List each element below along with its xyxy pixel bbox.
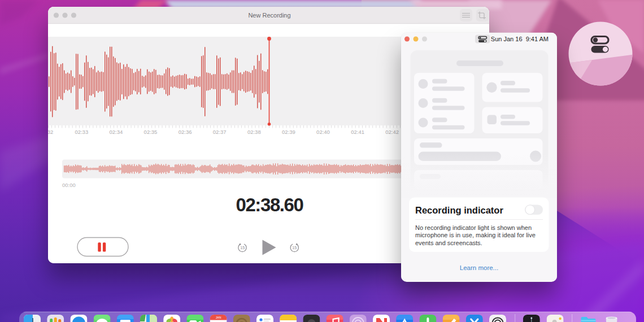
svg-text:JAN: JAN bbox=[216, 316, 221, 319]
